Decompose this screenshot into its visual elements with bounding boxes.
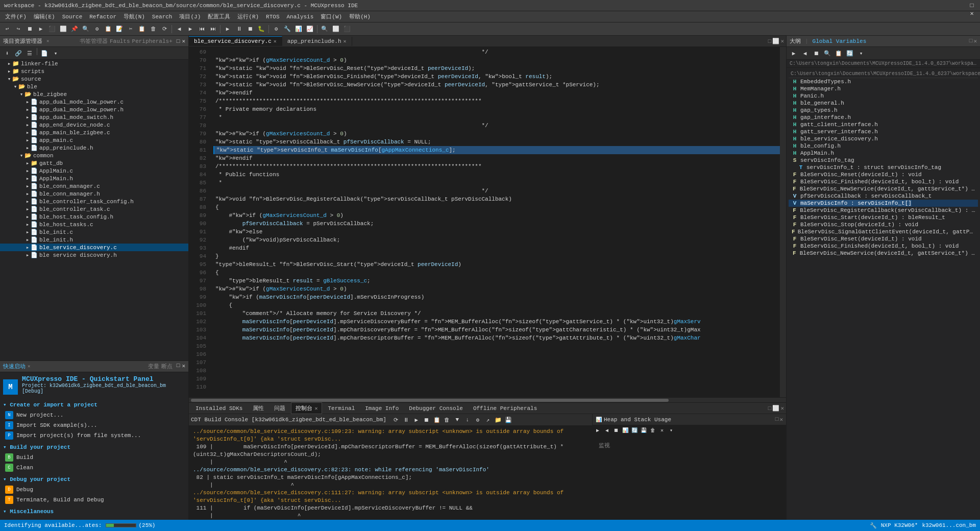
outline-item-2[interactable]: HPanic.h [789,92,978,100]
tree-item-12[interactable]: ▾📂common [0,152,188,159]
outline-item-9[interactable]: Hble_config.h [789,142,978,150]
toolbar-btn-14[interactable]: ⟳ [159,24,169,34]
build-item[interactable]: B Build [3,452,185,463]
tree-item-21[interactable]: ▸📄ble_host_tasks.c [0,221,188,228]
outline-item-4[interactable]: Hgap_types.h [789,107,978,114]
tab-properties[interactable]: 属性 [248,402,268,414]
menu-item-n[interactable]: 导航(N) [120,12,148,21]
outline-item-6[interactable]: Hgatt_client_interface.h [789,121,978,128]
toolbar-btn-6[interactable]: 📌 [69,24,80,34]
outline-item-20[interactable]: FBleServDisc_Stop(deviceId_t) : void [789,221,978,228]
close-left-panel[interactable]: ✕ [182,38,185,44]
console-btn6[interactable]: 🗑 [443,415,452,424]
outline-item-13[interactable]: FBleServDisc_Reset(deviceId_t) : void [789,171,978,178]
tab-console[interactable]: 控制台 ✕ [291,402,322,414]
hs-btn8[interactable]: ✕ [658,426,666,435]
toolbar-btn-7[interactable]: 🔍 [81,24,91,34]
global-variables-tab[interactable]: Global Variables [813,38,867,44]
outline-item-10[interactable]: HApplMain.h [789,150,978,157]
outline-item-12[interactable]: TservDiscInfo_t : struct servDiscInfo_ta… [789,164,978,171]
toolbar-btn-9[interactable]: 📋 [103,24,113,34]
hs-btn4[interactable]: 📊 [621,426,629,435]
tree-item-22[interactable]: ▸📄ble_init.c [0,228,188,236]
console-btn8[interactable]: ↓ [463,415,472,424]
hs-btn3[interactable]: ⏹ [612,426,620,435]
console-btn3[interactable]: ▶ [412,415,421,424]
editor-hscrollbar[interactable] [189,397,786,402]
tree-item-7[interactable]: ▸📄app_dual_mode_switch.h [0,113,188,121]
toolbar-btn-19[interactable]: ⏭ [208,24,218,34]
outline-item-3[interactable]: Hble_general.h [789,100,978,107]
code-line-96[interactable]: #endif [213,244,780,252]
toolbar-btn-32[interactable]: ⬜ [331,24,341,34]
faults-tab[interactable]: Faults [110,38,130,44]
code-line-70[interactable]: "kw">#"kw">if (gMaxServicesCount_d > 0) [213,56,780,64]
menu-item-r[interactable]: 运行(R) [234,12,262,21]
code-line-109[interactable]: maServDiscInfo[peerDeviceId].mpCharDisco… [213,326,780,334]
outline-item-7[interactable]: Hgatt_server_interface.h [789,128,978,135]
tree-item-9[interactable]: ▸📄app_main_ble_zigbee.c [0,129,188,136]
new-project-item[interactable]: N New project... [3,410,185,420]
toolbar-btn-31[interactable]: 🔍 [320,24,330,34]
rp-close[interactable]: ✕ [973,38,977,44]
hs-btn5[interactable]: 🔄 [630,426,639,435]
minimize-left-panel[interactable]: □ [177,38,180,44]
bookmarks-tab[interactable]: 书签管理器 [80,37,108,45]
toolbar-btn-13[interactable]: 🗑 [148,24,158,34]
console-btn10[interactable]: ↗ [483,415,493,424]
tree-item-16[interactable]: ▸📄ble_conn_manager.c [0,182,188,190]
editor-close[interactable]: ✕ [780,38,784,44]
outline-item-14[interactable]: FBleServDisc_Finished(deviceId_t, bool_t… [789,178,978,185]
clean-item[interactable]: C Clean [3,463,185,473]
code-line-105[interactable]: { [213,301,780,309]
hs-btn2[interactable]: ◀ [603,426,611,435]
outline-item-18[interactable]: FBleServDisc_RegisterCallback(servDiscCa… [789,207,978,214]
outline-tab[interactable]: 大纲 [790,37,801,45]
code-line-80[interactable]: "kw">#"kw">if (gMaxServicesCount_d > 0) [213,130,780,138]
import-sdk-item[interactable]: I Import SDK example(s)... [3,420,185,430]
outline-item-21[interactable]: FBleServDisc_SignalGattClientEvent(devic… [789,228,978,235]
hs-btn1[interactable]: ▶ [594,426,602,435]
editor-maximize[interactable]: ⬜ [772,38,779,44]
toolbar-btn-0[interactable]: ↩ [2,24,12,34]
outline-item-15[interactable]: FBleServDisc_NewService(deviceId_t, gatt… [789,185,978,192]
toolbar-btn-11[interactable]: ✂ [126,24,136,34]
code-line-74[interactable]: "kw">#endif [213,89,780,97]
rp-btn6[interactable]: 🔄 [845,48,855,58]
bottom-close[interactable]: ✕ [780,405,784,412]
tab-service-discovery-close[interactable]: ✕ [274,38,277,44]
tab-app-preinclude[interactable]: app_preinclude.h ✕ [282,37,352,46]
code-line-100[interactable]: { [213,269,780,277]
tab-offline-peripherals[interactable]: Offline Peripherals [469,403,542,414]
outline-item-19[interactable]: FBleServDisc_Start(deviceId_t) : bleResu… [789,214,978,221]
menu-item-[interactable]: 配置工具 [205,12,233,21]
rp-btn7[interactable]: ▾ [856,48,866,58]
toolbar-btn-17[interactable]: ▶ [185,24,195,34]
menu-item-f[interactable]: 文件(F) [2,12,30,21]
bottom-maximize[interactable]: ⬜ [772,405,779,412]
tree-item-18[interactable]: ▸📄ble_controller_task_config.h [0,198,188,205]
tree-item-15[interactable]: ▸📄ApplMain.h [0,175,188,182]
code-editor[interactable]: */"kw">#"kw">if (gMaxServicesCount_d > 0… [209,47,780,397]
tree-item-6[interactable]: ▸📄app_dual_mode_low_power.h [0,106,188,113]
bottom-minimize[interactable]: □ [768,405,772,412]
code-line-108[interactable]: maServDiscInfo[peerDeviceId].mpServiceDi… [213,318,780,326]
outline-item-24[interactable]: FBleServDisc_NewService(deviceId_t, gatt… [789,250,978,257]
hs-btn7[interactable]: 🗑 [649,426,657,435]
toolbar-btn-27[interactable]: 🔧 [282,24,292,34]
outline-item-16[interactable]: VpfServDiscCallback : servDiscCallback_t [789,192,978,200]
tree-item-4[interactable]: ▾📂ble_zigbee [0,90,188,98]
tree-item-23[interactable]: ▸📄ble_init.h [0,236,188,244]
console-btn7[interactable]: ▼ [453,415,462,424]
hscroll-thumb[interactable] [191,399,669,402]
toolbar-btn-3[interactable]: ▶ [36,24,46,34]
code-line-81[interactable]: "kw">static "type">servDiscCallback_t pf… [213,138,780,146]
hs-close[interactable]: ✕ [779,416,783,423]
code-line-95[interactable]: ("kw">void)pServDiscCallback; [213,236,780,244]
terminate-build-debug-item[interactable]: T Terminate, Build and Debug [3,495,185,505]
menu-item-analysis[interactable]: Analysis [284,13,317,21]
rp-btn3[interactable]: ⏹ [811,48,821,58]
code-line-87[interactable]: * [213,179,780,187]
menu-item-e[interactable]: 编辑(E) [31,12,58,21]
toolbar-btn-26[interactable]: ⚙ [271,24,281,34]
